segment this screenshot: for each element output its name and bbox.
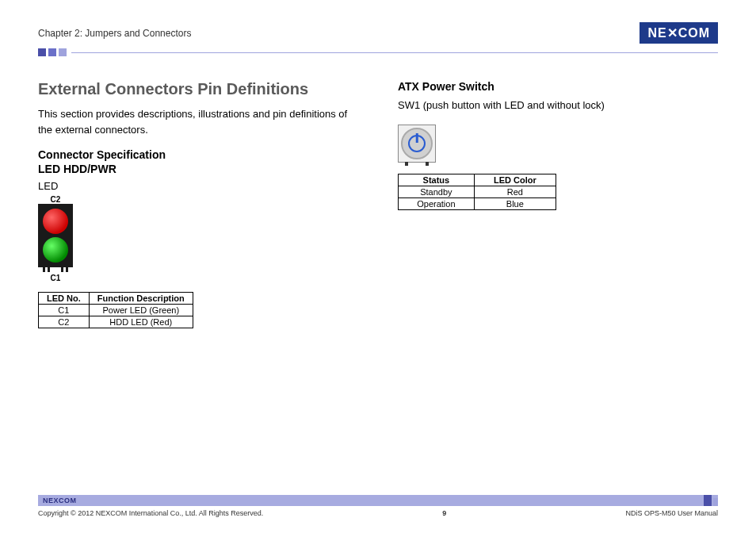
status-table-cell: Blue xyxy=(474,197,556,209)
label-c2: C2 xyxy=(38,195,73,204)
led-table-cell: HDD LED (Red) xyxy=(89,316,193,328)
led-figure: C2 C1 xyxy=(38,195,358,282)
table-row: C2 HDD LED (Red) xyxy=(39,316,193,328)
power-switch-figure xyxy=(398,125,436,163)
document-name: NDiS OPS-M50 User Manual xyxy=(625,509,718,517)
status-table-cell: Operation xyxy=(399,197,475,209)
status-table-cell: Red xyxy=(474,186,556,197)
subheading-connector-spec: Connector Specification xyxy=(38,148,358,161)
page-number: 9 xyxy=(442,509,446,517)
table-row: C1 Power LED (Green) xyxy=(39,305,193,316)
atx-desc: SW1 (push button with LED and without lo… xyxy=(398,98,718,113)
status-table-cell: Standby xyxy=(399,186,475,197)
copyright-text: Copyright © 2012 NEXCOM International Co… xyxy=(38,509,263,517)
atx-title: ATX Power Switch xyxy=(398,80,718,93)
led-table-h1: LED No. xyxy=(39,293,90,305)
section-title: External Connectors Pin Definitions xyxy=(38,80,358,98)
subheading-led-hdd-pwr: LED HDD/PWR xyxy=(38,163,358,175)
status-table: Status LED Color Standby Red Operation B… xyxy=(398,174,556,210)
green-led-icon xyxy=(43,237,68,263)
page-footer: NEXCOM Copyright © 2012 NEXCOM Internati… xyxy=(38,495,718,517)
led-label: LED xyxy=(38,180,358,192)
table-row: Operation Blue xyxy=(399,197,556,209)
label-c1: C1 xyxy=(38,274,73,282)
nexcom-logo-top: NE✕COM xyxy=(640,22,718,44)
led-table: LED No. Function Description C1 Power LE… xyxy=(38,292,193,328)
led-table-cell: C1 xyxy=(39,305,90,316)
nexcom-logo-footer: NEXCOM xyxy=(43,497,77,504)
chapter-title: Chapter 2: Jumpers and Connectors xyxy=(38,28,191,39)
status-table-h1: Status xyxy=(399,174,475,186)
header-rule xyxy=(38,48,718,56)
table-row: Standby Red xyxy=(399,186,556,197)
led-table-h2: Function Description xyxy=(89,293,193,305)
power-icon xyxy=(408,135,426,152)
led-table-cell: Power LED (Green) xyxy=(89,305,193,316)
red-led-icon xyxy=(43,209,68,234)
led-table-cell: C2 xyxy=(39,316,90,328)
status-table-h2: LED Color xyxy=(474,174,556,186)
section-intro: This section provides descriptions, illu… xyxy=(38,106,358,137)
